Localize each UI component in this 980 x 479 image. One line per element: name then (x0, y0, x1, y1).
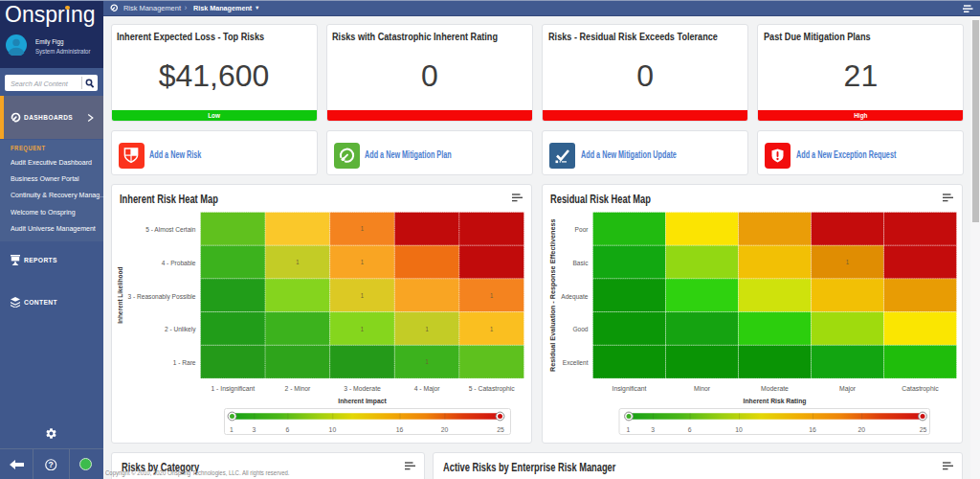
svg-text:1: 1 (425, 358, 429, 365)
svg-text:4 - Probable: 4 - Probable (161, 260, 195, 266)
svg-text:Inherent Impact: Inherent Impact (338, 396, 387, 405)
svg-text:3 - Reasonably Possible: 3 - Reasonably Possible (127, 292, 195, 300)
svg-text:Minor: Minor (693, 384, 710, 392)
svg-text:25: 25 (497, 425, 504, 433)
svg-text:Inherent Risk Rating: Inherent Risk Rating (743, 396, 806, 405)
svg-text:3: 3 (252, 425, 256, 433)
svg-text:Moderate: Moderate (761, 384, 789, 392)
svg-text:5 - Almost Certain: 5 - Almost Certain (145, 226, 195, 233)
svg-text:16: 16 (809, 425, 816, 433)
svg-text:1: 1 (626, 425, 630, 433)
svg-text:Basic: Basic (572, 260, 589, 266)
svg-text:Inherent Likelihood: Inherent Likelihood (116, 267, 122, 324)
svg-text:Catastrophic: Catastrophic (902, 384, 939, 392)
svg-text:6: 6 (687, 425, 691, 433)
svg-text:1: 1 (296, 259, 300, 265)
svg-text:16: 16 (395, 425, 403, 433)
svg-text:20: 20 (858, 425, 865, 433)
svg-text:5 - Catastrophic: 5 - Catastrophic (468, 384, 514, 392)
svg-text:2 - Minor: 2 - Minor (284, 384, 310, 392)
svg-text:1: 1 (360, 225, 364, 232)
svg-text:3 - Moderate: 3 - Moderate (344, 384, 381, 392)
svg-text:1: 1 (360, 259, 364, 265)
svg-text:20: 20 (440, 425, 448, 433)
svg-text:Residual Evaluation - Response: Residual Evaluation - Response Effective… (547, 218, 556, 372)
svg-text:1: 1 (360, 291, 364, 298)
svg-text:6: 6 (285, 425, 289, 433)
svg-text:1: 1 (425, 325, 429, 331)
svg-text:25: 25 (919, 425, 926, 433)
svg-text:10: 10 (735, 425, 743, 433)
svg-text:Poor: Poor (574, 226, 589, 233)
svg-text:Good: Good (572, 326, 588, 332)
svg-text:1: 1 (360, 325, 364, 331)
svg-text:1: 1 (490, 291, 494, 298)
svg-text:Excellent: Excellent (562, 359, 588, 366)
svg-text:1 - Rare: 1 - Rare (172, 359, 195, 366)
svg-text:1: 1 (845, 259, 849, 265)
svg-text:3: 3 (651, 425, 655, 433)
svg-text:Insignificant: Insignificant (612, 384, 646, 392)
svg-text:Major: Major (838, 384, 856, 392)
svg-text:1: 1 (230, 425, 234, 433)
svg-text:2 - Unlikely: 2 - Unlikely (164, 326, 195, 333)
svg-text:1 - Insignificant: 1 - Insignificant (211, 384, 255, 392)
svg-text:10: 10 (328, 425, 336, 433)
svg-text:1: 1 (490, 325, 494, 331)
svg-text:4 - Major: 4 - Major (413, 384, 439, 392)
svg-text:Adequate: Adequate (561, 292, 588, 300)
svg-text:?: ? (49, 460, 54, 469)
